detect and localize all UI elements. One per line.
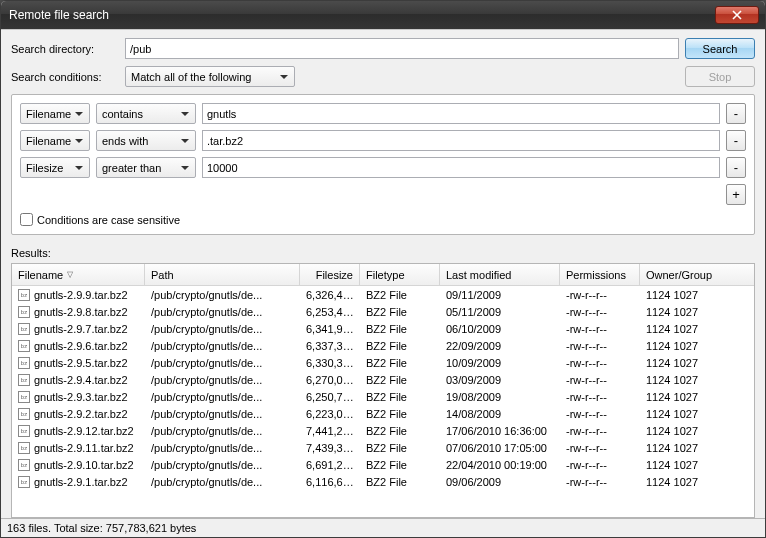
condition-row: Filesizegreater than- (20, 157, 746, 178)
cell-type: BZ2 File (360, 408, 440, 420)
condition-op-select[interactable]: greater than (96, 157, 196, 178)
table-row[interactable]: bzgnutls-2.9.11.tar.bz2/pub/crypto/gnutl… (12, 439, 754, 456)
file-icon: bz (18, 306, 30, 318)
condition-value-input[interactable] (202, 130, 720, 151)
cell-perm: -rw-r--r-- (560, 459, 640, 471)
file-icon: bz (18, 340, 30, 352)
table-body[interactable]: bzgnutls-2.9.9.tar.bz2/pub/crypto/gnutls… (12, 286, 754, 517)
table-row[interactable]: bzgnutls-2.9.2.tar.bz2/pub/crypto/gnutls… (12, 405, 754, 422)
cell-filename: bzgnutls-2.9.12.tar.bz2 (12, 425, 145, 437)
case-sensitive-row: Conditions are case sensitive (20, 211, 746, 228)
remove-condition-button[interactable]: - (726, 103, 746, 124)
add-condition-button[interactable]: + (726, 184, 746, 205)
cell-modified: 19/08/2009 (440, 391, 560, 403)
col-modified[interactable]: Last modified (440, 264, 560, 285)
condition-field-select[interactable]: Filesize (20, 157, 90, 178)
table-row[interactable]: bzgnutls-2.9.8.tar.bz2/pub/crypto/gnutls… (12, 303, 754, 320)
cell-modified: 09/11/2009 (440, 289, 560, 301)
table-row[interactable]: bzgnutls-2.9.3.tar.bz2/pub/crypto/gnutls… (12, 388, 754, 405)
cell-filename: bzgnutls-2.9.8.tar.bz2 (12, 306, 145, 318)
cell-owner: 1124 1027 (640, 459, 730, 471)
cell-path: /pub/crypto/gnutls/de... (145, 323, 300, 335)
search-button[interactable]: Search (685, 38, 755, 59)
cell-size: 6,341,901 (300, 323, 360, 335)
cell-size: 7,441,294 (300, 425, 360, 437)
match-mode-value: Match all of the following (131, 71, 251, 83)
cell-type: BZ2 File (360, 459, 440, 471)
cell-path: /pub/crypto/gnutls/de... (145, 476, 300, 488)
cell-path: /pub/crypto/gnutls/de... (145, 408, 300, 420)
cell-perm: -rw-r--r-- (560, 442, 640, 454)
table-row[interactable]: bzgnutls-2.9.10.tar.bz2/pub/crypto/gnutl… (12, 456, 754, 473)
file-icon: bz (18, 408, 30, 420)
cell-type: BZ2 File (360, 442, 440, 454)
condition-row: Filenamecontains- (20, 103, 746, 124)
search-cond-row: Search conditions: Match all of the foll… (11, 66, 755, 87)
cell-modified: 05/11/2009 (440, 306, 560, 318)
cell-filename: bzgnutls-2.9.1.tar.bz2 (12, 476, 145, 488)
remove-condition-button[interactable]: - (726, 157, 746, 178)
cell-size: 6,250,749 (300, 391, 360, 403)
condition-value-input[interactable] (202, 103, 720, 124)
col-path[interactable]: Path (145, 264, 300, 285)
condition-op-select[interactable]: contains (96, 103, 196, 124)
table-row[interactable]: bzgnutls-2.9.4.tar.bz2/pub/crypto/gnutls… (12, 371, 754, 388)
cell-size: 6,270,050 (300, 374, 360, 386)
file-icon: bz (18, 442, 30, 454)
statusbar: 163 files. Total size: 757,783,621 bytes (1, 518, 765, 537)
table-row[interactable]: bzgnutls-2.9.1.tar.bz2/pub/crypto/gnutls… (12, 473, 754, 490)
condition-op-select[interactable]: ends with (96, 130, 196, 151)
file-icon: bz (18, 289, 30, 301)
cell-type: BZ2 File (360, 306, 440, 318)
close-button[interactable] (715, 6, 759, 24)
remove-condition-button[interactable]: - (726, 130, 746, 151)
file-icon: bz (18, 323, 30, 335)
case-sensitive-label: Conditions are case sensitive (37, 214, 180, 226)
close-icon (732, 10, 742, 20)
stop-button: Stop (685, 66, 755, 87)
col-permissions[interactable]: Permissions (560, 264, 640, 285)
cell-path: /pub/crypto/gnutls/de... (145, 289, 300, 301)
table-row[interactable]: bzgnutls-2.9.5.tar.bz2/pub/crypto/gnutls… (12, 354, 754, 371)
cell-path: /pub/crypto/gnutls/de... (145, 340, 300, 352)
cell-owner: 1124 1027 (640, 442, 730, 454)
results-label: Results: (11, 247, 755, 259)
titlebar[interactable]: Remote file search (1, 1, 765, 29)
cell-path: /pub/crypto/gnutls/de... (145, 425, 300, 437)
cell-modified: 09/06/2009 (440, 476, 560, 488)
condition-field-select[interactable]: Filename (20, 103, 90, 124)
cell-owner: 1124 1027 (640, 323, 730, 335)
cell-type: BZ2 File (360, 374, 440, 386)
col-filename[interactable]: Filename▽ (12, 264, 145, 285)
cell-path: /pub/crypto/gnutls/de... (145, 391, 300, 403)
match-mode-select[interactable]: Match all of the following (125, 66, 295, 87)
col-filesize[interactable]: Filesize (300, 264, 360, 285)
table-row[interactable]: bzgnutls-2.9.6.tar.bz2/pub/crypto/gnutls… (12, 337, 754, 354)
condition-value-input[interactable] (202, 157, 720, 178)
cell-perm: -rw-r--r-- (560, 391, 640, 403)
cell-perm: -rw-r--r-- (560, 323, 640, 335)
cell-path: /pub/crypto/gnutls/de... (145, 374, 300, 386)
col-filetype[interactable]: Filetype (360, 264, 440, 285)
table-row[interactable]: bzgnutls-2.9.9.tar.bz2/pub/crypto/gnutls… (12, 286, 754, 303)
search-dir-row: Search directory: Search (11, 38, 755, 59)
cell-perm: -rw-r--r-- (560, 357, 640, 369)
window: Remote file search Search directory: Sea… (0, 0, 766, 538)
cell-perm: -rw-r--r-- (560, 425, 640, 437)
table-header: Filename▽ Path Filesize Filetype Last mo… (12, 264, 754, 286)
case-sensitive-checkbox[interactable] (20, 213, 33, 226)
cell-perm: -rw-r--r-- (560, 476, 640, 488)
search-cond-label: Search conditions: (11, 71, 119, 83)
cell-owner: 1124 1027 (640, 476, 730, 488)
cell-size: 6,223,087 (300, 408, 360, 420)
col-owner[interactable]: Owner/Group (640, 264, 754, 285)
condition-field-select[interactable]: Filename (20, 130, 90, 151)
cell-type: BZ2 File (360, 340, 440, 352)
content: Search directory: Search Search conditio… (1, 29, 765, 537)
table-row[interactable]: bzgnutls-2.9.7.tar.bz2/pub/crypto/gnutls… (12, 320, 754, 337)
cell-path: /pub/crypto/gnutls/de... (145, 459, 300, 471)
cell-type: BZ2 File (360, 425, 440, 437)
search-dir-input[interactable] (125, 38, 679, 59)
table-row[interactable]: bzgnutls-2.9.12.tar.bz2/pub/crypto/gnutl… (12, 422, 754, 439)
cell-perm: -rw-r--r-- (560, 408, 640, 420)
